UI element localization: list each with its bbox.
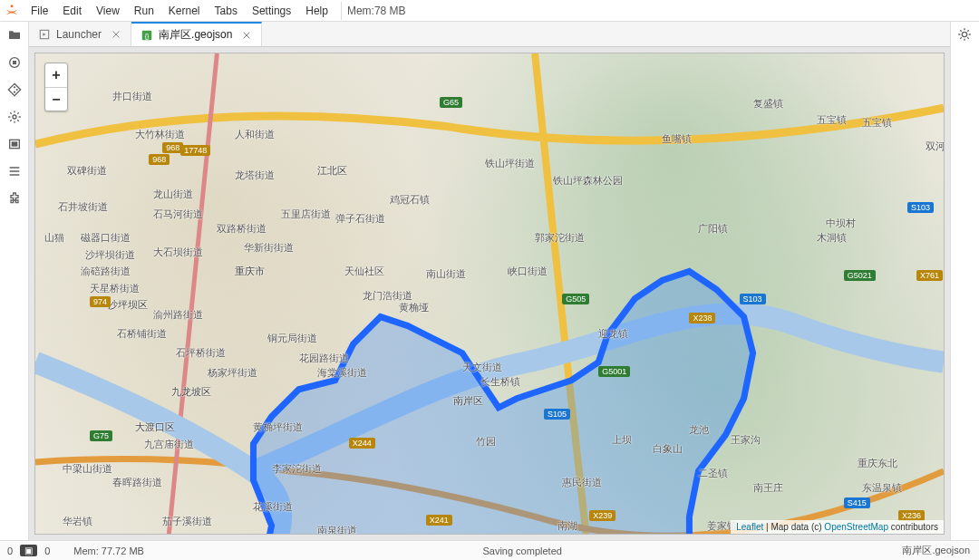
main-area: Launcher {} 南岸区.geojson [29, 22, 950, 540]
map-label: 沙坪坝街道 [85, 248, 135, 262]
map-label: 石桥铺街道 [117, 327, 167, 341]
tab-label: 南岸区.geojson [159, 27, 232, 43]
status-left-a: 0 [7, 546, 13, 556]
map-label: 二圣镇 [698, 467, 728, 480]
road-shield: X244 [349, 438, 375, 449]
road-shield: 17748 [180, 145, 210, 156]
road-shield: S415 [844, 497, 870, 508]
map-label: 石马河街道 [153, 208, 203, 221]
map-label: 大石坝街道 [153, 246, 203, 259]
map-label: 黄桷垭 [399, 301, 429, 314]
menubar: File Edit View Run Kernel Tabs Settings … [0, 0, 979, 22]
map-label: 重庆东北 [858, 457, 897, 470]
map-label: 华新街街道 [244, 241, 294, 255]
map-label: 重庆市 [235, 265, 265, 278]
property-inspector-icon[interactable] [957, 27, 974, 43]
map-label: 双路桥街道 [217, 222, 267, 236]
leaflet-link[interactable]: Leaflet [736, 522, 763, 532]
menu-view[interactable]: View [89, 2, 127, 20]
menu-settings[interactable]: Settings [245, 2, 298, 20]
map-attribution: Leaflet | Map data (c) OpenStreetMap con… [731, 520, 944, 534]
tab-geojson[interactable]: {} 南岸区.geojson [131, 22, 262, 46]
map-label: 人和街道 [235, 128, 275, 141]
svg-point-0 [11, 5, 14, 7]
map-label: 南岸区 [453, 394, 483, 408]
jupyter-logo [4, 3, 20, 19]
status-center: Saving completed [151, 546, 894, 556]
road-shield: G65 [440, 97, 462, 108]
map-label: 天星桥街道 [90, 282, 140, 295]
map-label: 李家沱街道 [272, 462, 322, 476]
map-label: 井口街道 [112, 90, 152, 103]
map-label: 中梁山街道 [63, 462, 112, 476]
svg-point-13 [962, 32, 966, 36]
menu-edit[interactable]: Edit [55, 2, 89, 20]
menu-help[interactable]: Help [298, 2, 335, 20]
git-icon[interactable] [6, 82, 23, 98]
map-label: 海棠溪街道 [317, 366, 367, 380]
map-label: 山猫 [44, 231, 64, 245]
geojson-icon: {} [141, 29, 153, 42]
map-label: 龙山街道 [153, 188, 193, 201]
map-label: 春晖路街道 [112, 476, 162, 489]
map-label: 铜元局街道 [267, 332, 317, 345]
map-label: 九龙坡区 [171, 385, 211, 399]
map-label: 渝州路街道 [153, 308, 203, 322]
road-shield: X236 [898, 510, 925, 521]
running-icon[interactable] [6, 54, 23, 71]
toc-icon[interactable] [6, 163, 23, 179]
memory-indicator-top: Mem:78 MB [341, 2, 412, 20]
left-activity-bar [0, 22, 29, 540]
map-label: 石坪桥街道 [176, 346, 226, 360]
svg-point-6 [13, 115, 16, 119]
map-label: 九宫庙街道 [144, 438, 194, 451]
map-label: 龙塔街道 [235, 169, 275, 182]
menu-file[interactable]: File [24, 2, 55, 20]
menu-kernel[interactable]: Kernel [161, 2, 208, 20]
road-shield: X761 [916, 270, 943, 281]
folder-icon[interactable] [6, 27, 23, 43]
map-label: 石井坡街道 [58, 200, 108, 214]
road-shield: G5001 [598, 366, 630, 377]
menu-tabs[interactable]: Tabs [208, 2, 245, 20]
right-activity-bar [950, 22, 979, 540]
osm-link[interactable]: OpenStreetMap [824, 522, 888, 532]
road-shield: X241 [426, 515, 452, 526]
map-label: 天文街道 [462, 361, 502, 374]
map-label: 弹子石街道 [335, 212, 385, 226]
map-label: 龙池 [689, 423, 709, 437]
map-label: 鸡冠石镇 [390, 193, 430, 207]
tab-launcher[interactable]: Launcher [29, 22, 131, 46]
map-label: 峡口街道 [508, 265, 548, 278]
tab-label: Launcher [56, 28, 102, 41]
map-label: 大竹林街道 [135, 128, 185, 141]
extension-icon[interactable] [6, 190, 23, 207]
road-shield: S105 [544, 409, 570, 420]
zoom-control: + − [44, 63, 68, 111]
launcher-icon [38, 28, 51, 41]
leaflet-map[interactable]: + − 井口街道大竹林街道人和街道双碑街道龙塔街道龙山街道石马河街道石井坡街道磁… [34, 53, 945, 535]
map-label: 五宝镇 [817, 113, 847, 127]
zoom-out-button[interactable]: − [45, 87, 67, 111]
svg-point-3 [13, 86, 15, 88]
map-label: 双河口 [926, 140, 945, 153]
map-label: 大渡口区 [135, 420, 175, 434]
gear-icon[interactable] [6, 109, 23, 125]
map-label: 天仙社区 [344, 265, 384, 278]
map-label: 木洞镇 [817, 231, 847, 245]
close-icon[interactable] [111, 29, 121, 40]
close-icon[interactable] [241, 30, 252, 41]
menu-run[interactable]: Run [127, 2, 161, 20]
road-shield: G75 [90, 430, 112, 441]
map-label: 华岩镇 [63, 515, 92, 528]
tabs-icon[interactable] [6, 136, 23, 152]
map-label: 鱼嘴镇 [662, 132, 692, 146]
map-label: 南王庄 [753, 481, 783, 495]
road-shield: X238 [689, 313, 715, 323]
status-pill-icon: ▣ [20, 545, 37, 556]
map-label: 东温泉镇 [862, 481, 902, 495]
map-label: 惠民街道 [562, 476, 602, 489]
zoom-in-button[interactable]: + [45, 63, 67, 87]
map-label: 迎龙镇 [598, 327, 628, 341]
map-label: 上坝 [612, 433, 632, 447]
